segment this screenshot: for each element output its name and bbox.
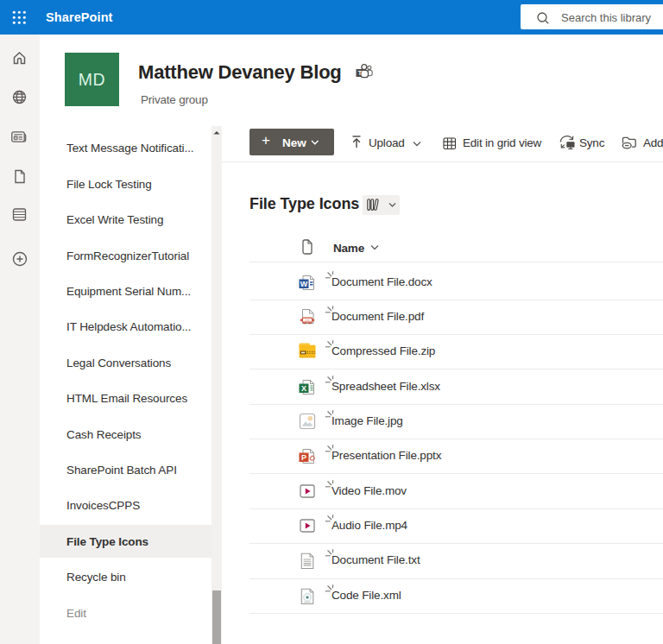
- svg-text:W: W: [300, 280, 308, 288]
- svg-text:X: X: [301, 384, 306, 393]
- svg-text:T: T: [358, 70, 363, 76]
- svg-text:P: P: [301, 453, 306, 462]
